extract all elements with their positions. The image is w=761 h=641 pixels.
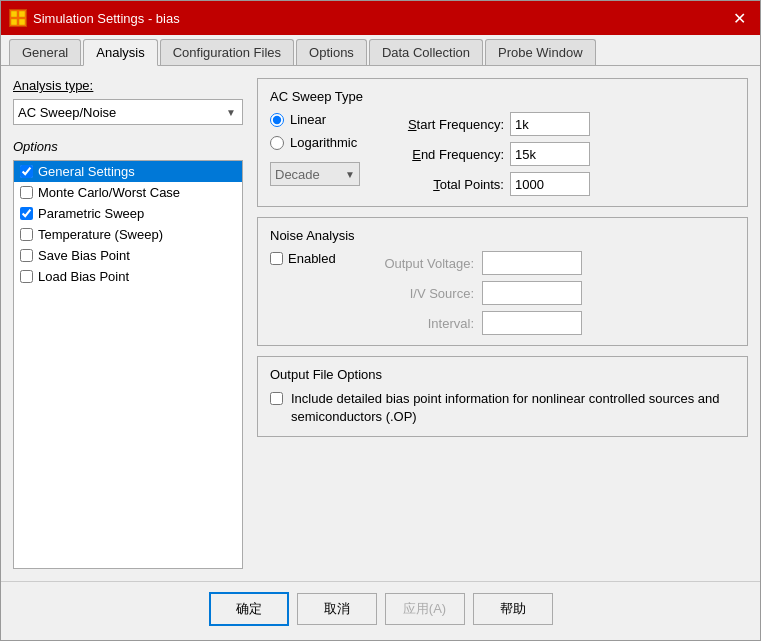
output-file-section: Output File Options Include detailed bia… [257,356,748,437]
interval-label: Interval: [374,316,474,331]
confirm-button[interactable]: 确定 [209,592,289,626]
left-panel: Analysis type: AC Sweep/Noise ▼ Options … [13,78,243,569]
options-list: General Settings Monte Carlo/Worst Case … [13,160,243,569]
tab-data-collection[interactable]: Data Collection [369,39,483,65]
noise-fields: Output Voltage: I/V Source: Interval: [374,251,582,335]
tab-options[interactable]: Options [296,39,367,65]
apply-button[interactable]: 应用(A) [385,593,465,625]
svg-rect-1 [19,11,25,17]
noise-enabled-text: Enabled [288,251,336,266]
noise-section: Noise Analysis Enabled Output Voltage: I… [257,217,748,346]
analysis-type-select-wrapper[interactable]: AC Sweep/Noise ▼ [13,99,243,125]
title-bar-left: Simulation Settings - bias [9,9,180,27]
select-arrow-icon: ▼ [220,107,242,118]
total-points-input[interactable] [510,172,590,196]
output-voltage-input[interactable] [482,251,582,275]
app-icon [9,9,27,27]
option-temperature-label: Temperature (Sweep) [38,227,163,242]
option-general-settings[interactable]: General Settings [14,161,242,182]
ac-sweep-section: AC Sweep Type Linear Logarithmic DecadeO… [257,78,748,207]
output-file-checkbox[interactable] [270,392,283,405]
option-monte-carlo[interactable]: Monte Carlo/Worst Case [14,182,242,203]
tab-probe-window[interactable]: Probe Window [485,39,596,65]
option-save-bias-label: Save Bias Point [38,248,130,263]
analysis-type-label: Analysis type: [13,78,243,93]
option-monte-carlo-label: Monte Carlo/Worst Case [38,185,180,200]
option-save-bias[interactable]: Save Bias Point [14,245,242,266]
help-button[interactable]: 帮助 [473,593,553,625]
close-button[interactable]: ✕ [727,7,752,30]
noise-title: Noise Analysis [270,228,735,243]
svg-rect-2 [11,19,17,25]
option-parametric-sweep-label: Parametric Sweep [38,206,144,221]
total-points-label: Total Points: [394,177,504,192]
option-general-settings-label: General Settings [38,164,135,179]
svg-rect-3 [19,19,25,25]
frequency-fields: Start Frequency: End Frequency: Total Po… [394,112,735,196]
tab-config[interactable]: Configuration Files [160,39,294,65]
cancel-button[interactable]: 取消 [297,593,377,625]
linear-label: Linear [290,112,326,127]
logarithmic-label: Logarithmic [290,135,357,150]
footer: 确定 取消 应用(A) 帮助 [1,581,760,640]
option-parametric-sweep[interactable]: Parametric Sweep [14,203,242,224]
option-parametric-sweep-checkbox[interactable] [20,207,33,220]
content-area: Analysis type: AC Sweep/Noise ▼ Options … [1,66,760,581]
right-panel: AC Sweep Type Linear Logarithmic DecadeO… [257,78,748,569]
start-freq-input[interactable] [510,112,590,136]
title-bar: Simulation Settings - bias ✕ [1,1,760,35]
sweep-type-radio-group: Linear Logarithmic DecadeOctaveLinear ▼ [270,112,380,186]
iv-source-input[interactable] [482,281,582,305]
decade-select-wrapper[interactable]: DecadeOctaveLinear ▼ [270,162,360,186]
svg-rect-0 [11,11,17,17]
iv-source-row: I/V Source: [374,281,582,305]
title-text: Simulation Settings - bias [33,11,180,26]
option-temperature[interactable]: Temperature (Sweep) [14,224,242,245]
option-temperature-checkbox[interactable] [20,228,33,241]
start-freq-row: Start Frequency: [394,112,735,136]
option-load-bias[interactable]: Load Bias Point [14,266,242,287]
option-monte-carlo-checkbox[interactable] [20,186,33,199]
end-freq-input[interactable] [510,142,590,166]
interval-input[interactable] [482,311,582,335]
ac-sweep-content: Linear Logarithmic DecadeOctaveLinear ▼ [270,112,735,196]
ac-sweep-title: AC Sweep Type [270,89,735,104]
decade-select[interactable]: DecadeOctaveLinear [271,166,341,183]
tab-bar: General Analysis Configuration Files Opt… [1,35,760,66]
noise-content: Enabled Output Voltage: I/V Source: Inte… [270,251,735,335]
output-file-label: Include detailed bias point information … [291,390,735,426]
end-freq-row: End Frequency: [394,142,735,166]
options-section-label: Options [13,139,243,154]
end-freq-label: End Frequency: [394,147,504,162]
logarithmic-radio[interactable] [270,136,284,150]
total-points-row: Total Points: [394,172,735,196]
linear-radio-item[interactable]: Linear [270,112,380,127]
output-file-content: Include detailed bias point information … [270,390,735,426]
analysis-type-select[interactable]: AC Sweep/Noise [14,103,220,122]
noise-enabled-checkbox[interactable] [270,252,283,265]
output-file-title: Output File Options [270,367,735,382]
tab-general[interactable]: General [9,39,81,65]
option-load-bias-label: Load Bias Point [38,269,129,284]
option-save-bias-checkbox[interactable] [20,249,33,262]
option-load-bias-checkbox[interactable] [20,270,33,283]
interval-row: Interval: [374,311,582,335]
tab-analysis[interactable]: Analysis [83,39,157,66]
linear-radio[interactable] [270,113,284,127]
output-voltage-label: Output Voltage: [374,256,474,271]
logarithmic-radio-item[interactable]: Logarithmic [270,135,380,150]
main-window: Simulation Settings - bias ✕ General Ana… [0,0,761,641]
iv-source-label: I/V Source: [374,286,474,301]
option-general-settings-checkbox[interactable] [20,165,33,178]
decade-arrow-icon: ▼ [341,169,359,180]
output-voltage-row: Output Voltage: [374,251,582,275]
start-freq-label: Start Frequency: [394,117,504,132]
noise-enabled-label[interactable]: Enabled [270,251,360,266]
